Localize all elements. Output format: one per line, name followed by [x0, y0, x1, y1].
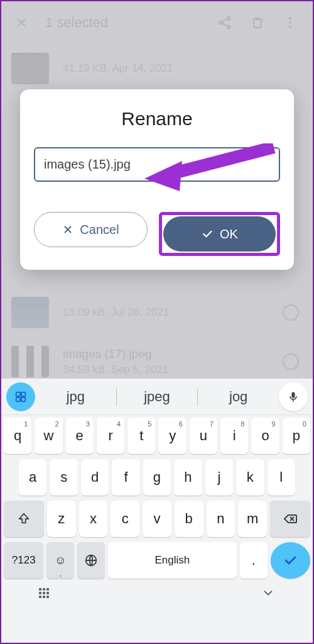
cancel-button[interactable]: Cancel	[34, 212, 148, 247]
keyboard-row: q1w2e3r4t5y6u7i8o9p0	[1, 415, 313, 457]
suggestion-item[interactable]: jpg	[35, 389, 116, 405]
keyboard-row: asdfghjkl	[1, 457, 313, 498]
key-v[interactable]: v	[143, 501, 171, 537]
key-z[interactable]: z	[47, 501, 76, 537]
svg-rect-10	[21, 397, 25, 401]
key-a[interactable]: a	[19, 459, 46, 496]
screen-frame: 1 selected 41.19 KB, Apr 14, 2021 13.09 …	[0, 0, 314, 644]
key-j[interactable]: j	[205, 459, 233, 496]
key-u[interactable]: u7	[190, 418, 217, 454]
key-w[interactable]: w2	[35, 418, 62, 454]
key-g[interactable]: g	[143, 459, 171, 496]
key-q[interactable]: q1	[4, 418, 31, 454]
check-icon	[201, 228, 214, 240]
key-x[interactable]: x	[79, 501, 108, 537]
key-y[interactable]: y6	[158, 418, 186, 454]
key-c[interactable]: c	[111, 501, 139, 537]
soft-keyboard: jpg jpeg jog q1w2e3r4t5y6u7i8o9p0 asdfgh…	[1, 379, 313, 643]
key-b[interactable]: b	[175, 501, 203, 537]
key-t[interactable]: t5	[127, 418, 155, 454]
key-o[interactable]: o9	[251, 418, 279, 454]
suggestion-item[interactable]: jpeg	[117, 389, 198, 405]
ok-label: OK	[220, 227, 238, 242]
key-k[interactable]: k	[236, 459, 264, 496]
emoji-key[interactable]: ☺,	[46, 542, 74, 579]
key-i[interactable]: i8	[220, 418, 248, 454]
cancel-label: Cancel	[80, 223, 119, 237]
svg-rect-7	[16, 392, 20, 396]
system-nav-bar	[1, 581, 313, 605]
key-e[interactable]: e3	[66, 418, 94, 454]
suggestion-bar: jpg jpeg jog	[1, 379, 313, 415]
key-p[interactable]: p0	[283, 418, 310, 454]
dialog-button-row: Cancel OK	[34, 212, 280, 256]
language-key[interactable]	[77, 542, 105, 579]
key-l[interactable]: l	[268, 459, 295, 496]
mode-switch-key[interactable]: ?123	[4, 542, 43, 579]
rename-dialog: Rename Cancel OK	[20, 89, 294, 270]
backspace-key[interactable]	[270, 501, 310, 537]
keyboard-row: ?123 ☺, English .	[1, 540, 313, 581]
svg-rect-11	[292, 392, 295, 397]
rename-input[interactable]	[34, 147, 280, 182]
svg-rect-9	[16, 397, 20, 401]
keyboard-handle-icon[interactable]	[39, 588, 49, 598]
enter-key[interactable]	[271, 542, 310, 579]
collapse-keyboard-icon[interactable]	[261, 586, 275, 600]
close-icon	[62, 224, 73, 235]
key-n[interactable]: n	[207, 501, 236, 537]
annotation-ok-highlight: OK	[159, 212, 280, 256]
key-f[interactable]: f	[112, 459, 139, 496]
keyboard-row: zxcvbnm	[1, 498, 313, 540]
key-r[interactable]: r4	[97, 418, 124, 454]
space-key[interactable]: English	[108, 542, 237, 579]
clipboard-icon[interactable]	[6, 382, 35, 411]
key-s[interactable]: s	[50, 459, 77, 496]
key-h[interactable]: h	[174, 459, 202, 496]
ok-button[interactable]: OK	[163, 216, 276, 252]
shift-key[interactable]	[4, 501, 44, 537]
dialog-title: Rename	[34, 108, 280, 130]
mic-icon[interactable]	[279, 382, 308, 411]
svg-rect-8	[21, 392, 25, 396]
key-m[interactable]: m	[238, 501, 267, 537]
suggestion-item[interactable]: jog	[198, 389, 279, 405]
period-key[interactable]: .	[240, 542, 268, 579]
key-d[interactable]: d	[81, 459, 109, 496]
